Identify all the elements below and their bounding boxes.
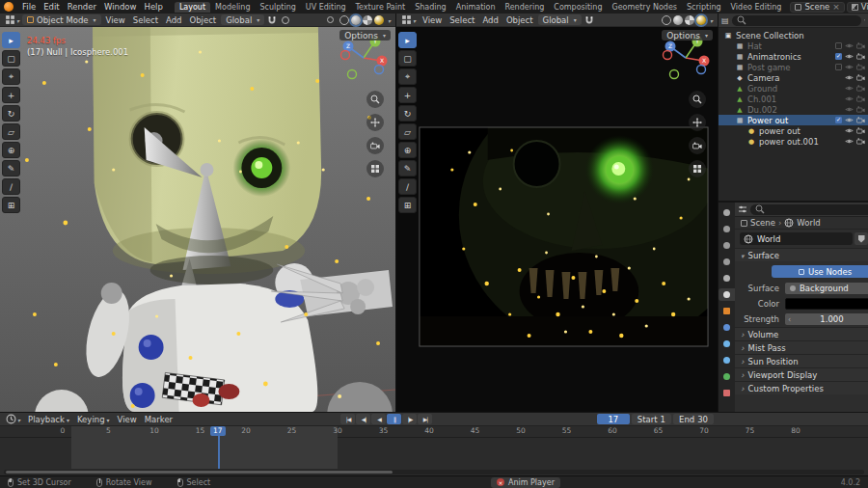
disable-in-render-icon[interactable] (856, 41, 865, 50)
anim-player-indicator[interactable]: Anim Player (491, 477, 560, 488)
properties-tab[interactable] (719, 272, 735, 285)
toolbar-tool-button[interactable]: ▢ (2, 50, 20, 67)
disable-in-render-icon[interactable] (856, 52, 865, 61)
properties-tab[interactable] (719, 206, 735, 219)
zoom-icon[interactable] (366, 91, 384, 108)
editor-type-icon[interactable] (4, 414, 22, 424)
world-name-field[interactable]: World (740, 232, 853, 245)
timeline-menu-item[interactable]: View (114, 415, 141, 424)
menu-item[interactable]: Render (64, 2, 100, 12)
show-gizmo-icon[interactable] (325, 16, 336, 23)
viewport-camera[interactable]: ViewSelectAddObject Global Options (396, 14, 719, 412)
properties-search[interactable] (750, 204, 868, 215)
transport-button[interactable]: || (387, 414, 401, 424)
surface-type-dropdown[interactable]: Background (785, 283, 868, 294)
outliner-row[interactable]: Scene Collection (719, 30, 868, 41)
blender-logo-icon[interactable] (4, 2, 14, 12)
toolbar-tool-button[interactable]: ▸ (398, 32, 417, 48)
workspace-tab[interactable]: Modeling (210, 2, 255, 13)
hide-in-viewport-icon[interactable] (845, 73, 854, 82)
exclude-checkbox[interactable] (835, 64, 842, 70)
toolbar-tool-button[interactable]: ▱ (398, 123, 417, 140)
outliner-row[interactable]: Camera (719, 72, 868, 83)
outliner-row[interactable]: Du.002 (719, 104, 868, 115)
workspace-tab[interactable]: Scripting (682, 2, 726, 13)
outliner-row[interactable]: power out (719, 125, 868, 136)
scene-unlink-icon[interactable] (832, 2, 840, 12)
camera-view-icon[interactable] (366, 137, 384, 154)
toolbar-tool-button[interactable]: ⌖ (2, 68, 20, 85)
pan-icon[interactable] (366, 114, 384, 131)
workspace-tab[interactable]: Compositing (549, 2, 607, 13)
menu-item[interactable]: Window (100, 2, 141, 12)
toolbar-tool-button[interactable]: ▢ (398, 50, 417, 67)
outliner-row[interactable]: Ch.001 (719, 94, 868, 104)
outliner-row[interactable]: Post game (719, 62, 868, 72)
shading-dropdown-icon[interactable] (708, 15, 715, 25)
disable-in-render-icon[interactable] (856, 73, 865, 82)
workspace-tab[interactable]: Rendering (500, 2, 549, 13)
disable-in-render-icon[interactable] (856, 137, 865, 146)
disable-in-render-icon[interactable] (856, 126, 865, 135)
toolbar-tool-button[interactable]: ∕ (2, 178, 20, 195)
camera-view-canvas[interactable] (396, 27, 718, 412)
toolbar-tool-button[interactable]: ✎ (2, 160, 20, 176)
shading-dropdown-icon[interactable] (386, 15, 393, 25)
filter-icon[interactable] (864, 15, 865, 25)
viewport-options-dropdown[interactable]: Options (662, 30, 713, 41)
properties-panel-header[interactable]: Custom Properties ≡ (735, 381, 868, 394)
workspace-tab[interactable]: Layout (175, 2, 210, 13)
proportional-edit-icon[interactable] (280, 16, 291, 24)
workspace-tab[interactable]: Sculpting (255, 2, 300, 13)
viewport-3d[interactable]: Object Mode ViewSelectAddObject Global O… (0, 14, 396, 412)
zoom-icon[interactable] (689, 91, 706, 108)
shading-rendered-icon[interactable] (696, 15, 706, 25)
toolbar-tool-button[interactable]: ∕ (398, 178, 417, 195)
viewport-options-dropdown[interactable]: Options (339, 30, 391, 41)
properties-panel-header[interactable]: Mist Pass ≡ (735, 340, 868, 354)
disable-in-render-icon[interactable] (856, 95, 865, 103)
hide-in-viewport-icon[interactable] (845, 63, 854, 71)
editor-type-icon[interactable]: ▤ (721, 16, 729, 25)
exclude-checkbox[interactable] (835, 53, 842, 60)
outliner-row[interactable]: Hat (719, 41, 868, 51)
workspace-tab[interactable]: Texture Paint (351, 2, 411, 13)
shading-wireframe-icon[interactable] (662, 15, 671, 25)
hide-in-viewport-icon[interactable] (845, 84, 854, 93)
shading-solid-icon[interactable] (673, 15, 683, 25)
shading-material-icon[interactable] (685, 15, 694, 25)
disable-in-render-icon[interactable] (856, 116, 865, 124)
pan-icon[interactable] (689, 114, 706, 131)
viewport-menu-item[interactable]: Select (129, 15, 162, 25)
toolbar-tool-button[interactable]: ⊞ (398, 197, 417, 213)
perspective-toggle-icon[interactable] (689, 160, 706, 177)
menu-item[interactable]: Edit (40, 2, 63, 12)
outliner-row[interactable]: Ground (719, 83, 868, 94)
toolbar-tool-button[interactable]: ▸ (2, 32, 20, 48)
scene-selector[interactable]: Scene (790, 2, 844, 13)
editor-type-icon[interactable] (3, 14, 21, 25)
properties-search-input[interactable] (768, 204, 868, 214)
breadcrumb-world[interactable]: World (797, 218, 820, 228)
properties-tab[interactable] (719, 338, 735, 350)
properties-tab[interactable] (719, 288, 735, 301)
toolbar-tool-button[interactable]: ⊕ (2, 142, 20, 158)
toolbar-tool-button[interactable]: ⊕ (398, 142, 417, 158)
toolbar-tool-button[interactable]: ⊞ (2, 197, 20, 213)
timeline-menu-item[interactable]: Playback (24, 415, 73, 424)
timeline-menu-item[interactable]: Keying (73, 415, 114, 424)
properties-panel-header[interactable]: Volume ≡ (735, 327, 868, 340)
shading-wireframe-icon[interactable] (339, 15, 349, 25)
editor-type-icon[interactable] (399, 14, 418, 25)
use-nodes-button[interactable]: Use Nodes (772, 265, 868, 278)
mode-selector[interactable]: Object Mode (22, 14, 101, 25)
transport-button[interactable]: ▶| (418, 414, 432, 424)
outliner-row[interactable]: Power out (719, 115, 868, 125)
snap-magnet-icon[interactable] (583, 15, 596, 25)
properties-tab[interactable] (719, 223, 735, 235)
disable-in-render-icon[interactable] (856, 84, 865, 93)
menu-item[interactable]: Help (140, 2, 166, 12)
start-frame-field[interactable]: Start 1 (632, 414, 671, 424)
editor-type-icon[interactable] (738, 204, 747, 214)
3d-viewport-canvas[interactable] (0, 27, 395, 412)
